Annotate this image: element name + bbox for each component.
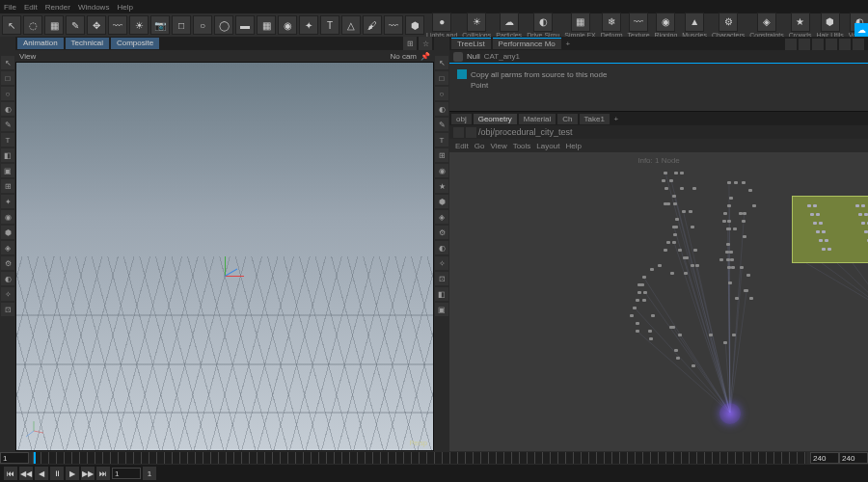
- sop-node[interactable]: [729, 197, 733, 200]
- sop-node[interactable]: [740, 266, 744, 269]
- selected-node[interactable]: [822, 230, 826, 233]
- sop-node[interactable]: [730, 258, 734, 261]
- sop-node[interactable]: [727, 181, 731, 184]
- right-strip-tool-9[interactable]: ⬢: [435, 195, 448, 208]
- sop-node[interactable]: [658, 264, 662, 267]
- shelf-group-simple-fx-icon[interactable]: ▦: [571, 13, 590, 32]
- selected-node[interactable]: [861, 204, 865, 207]
- play-forward-icon[interactable]: ▶: [66, 467, 79, 480]
- sop-node[interactable]: [680, 187, 684, 190]
- axis-orientation-widget[interactable]: [22, 419, 45, 444]
- shelf-tool-light[interactable]: ☀: [129, 15, 149, 35]
- gizmo-x-axis[interactable]: [225, 276, 244, 277]
- shelf-group-particles-icon[interactable]: ☁: [500, 13, 519, 32]
- sop-node[interactable]: [693, 249, 697, 252]
- sop-node[interactable]: [743, 212, 746, 215]
- shelf-tool-sphere[interactable]: ○: [193, 15, 212, 35]
- sop-node[interactable]: [664, 249, 667, 252]
- 3d-viewport[interactable]: Persp: [15, 62, 434, 451]
- sop-node[interactable]: [752, 204, 756, 207]
- right-strip-tool-13[interactable]: ✧: [435, 256, 448, 270]
- right-strip-tool-16[interactable]: ▣: [435, 303, 448, 316]
- sop-node[interactable]: [733, 228, 737, 230]
- time-ruler[interactable]: [33, 452, 806, 464]
- left-strip-tool-6[interactable]: ◧: [1, 148, 14, 162]
- right-strip-tool-3[interactable]: ◐: [435, 102, 448, 116]
- left-strip-tool-3[interactable]: ◐: [1, 102, 14, 116]
- step-forward-icon[interactable]: ▶▶: [81, 467, 95, 480]
- viewport-opt-icon[interactable]: ⊞: [403, 37, 417, 50]
- selected-node[interactable]: [813, 222, 817, 225]
- sop-node[interactable]: [742, 181, 746, 184]
- sop-node[interactable]: [674, 349, 678, 352]
- context-tab-mat[interactable]: Material: [519, 114, 556, 124]
- sop-node[interactable]: [745, 289, 748, 292]
- selected-node[interactable]: [864, 230, 868, 233]
- play-reverse-icon[interactable]: ◀: [35, 467, 48, 480]
- menu-windows[interactable]: Windows: [78, 3, 109, 12]
- right-strip-tool-10[interactable]: ◈: [435, 210, 448, 224]
- net-menu-help[interactable]: Help: [565, 142, 581, 150]
- shelf-group-drive-simu-icon[interactable]: ◐: [533, 13, 553, 32]
- sop-node[interactable]: [662, 179, 665, 182]
- sop-node[interactable]: [691, 264, 694, 267]
- sop-node[interactable]: [673, 202, 677, 205]
- sop-node[interactable]: [672, 241, 676, 244]
- sop-node[interactable]: [742, 220, 746, 223]
- menu-render[interactable]: Render: [45, 3, 70, 12]
- selected-node[interactable]: [822, 248, 826, 251]
- sop-node[interactable]: [630, 314, 634, 317]
- pane-tab-perfmon[interactable]: Performance Mo: [493, 38, 561, 49]
- camera-dropdown[interactable]: No cam: [390, 52, 417, 61]
- left-strip-tool-8[interactable]: ⊞: [1, 179, 14, 193]
- shelf-tool-box[interactable]: □: [172, 15, 191, 35]
- sop-node[interactable]: [640, 283, 644, 286]
- shelf-tool-paint[interactable]: 🖌: [363, 15, 382, 35]
- selection-box[interactable]: [792, 196, 868, 263]
- shelf-tool-font[interactable]: T: [320, 15, 339, 35]
- net-menu-layout[interactable]: Layout: [536, 142, 559, 150]
- sop-node[interactable]: [650, 268, 654, 271]
- sop-node[interactable]: [678, 249, 682, 252]
- network-gear-icon[interactable]: [853, 39, 864, 50]
- sop-node[interactable]: [748, 189, 752, 192]
- sop-node[interactable]: [732, 334, 736, 336]
- sop-node[interactable]: [642, 276, 646, 279]
- left-strip-tool-1[interactable]: □: [1, 71, 14, 85]
- sop-node[interactable]: [680, 172, 684, 174]
- sop-node[interactable]: [666, 202, 670, 205]
- shelf-tool-platonic[interactable]: △: [341, 15, 361, 35]
- shelf-tool-move[interactable]: ✥: [87, 15, 106, 35]
- right-strip-tool-4[interactable]: ✎: [435, 118, 448, 131]
- sop-node[interactable]: [636, 330, 639, 333]
- context-tab-take[interactable]: Take1: [580, 114, 610, 124]
- sop-node[interactable]: [746, 274, 750, 277]
- right-strip-tool-0[interactable]: ↖: [435, 56, 448, 69]
- shelf-tool-brush[interactable]: ✎: [66, 15, 85, 35]
- network-pin-icon[interactable]: [785, 39, 797, 50]
- step-back-icon[interactable]: ◀◀: [19, 467, 33, 480]
- sop-node[interactable]: [727, 228, 731, 230]
- shelf-tool-metaball[interactable]: ◉: [278, 15, 297, 35]
- shelf-tool-tube[interactable]: ▬: [235, 15, 255, 35]
- selected-node[interactable]: [816, 230, 820, 233]
- right-strip-tool-15[interactable]: ◧: [435, 287, 448, 301]
- sop-node[interactable]: [727, 220, 731, 223]
- sop-node[interactable]: [670, 272, 674, 275]
- shelf-tool-cloth[interactable]: 〰: [384, 15, 403, 35]
- layout-tab-technical[interactable]: Technical: [66, 38, 109, 49]
- shelf-tool-camera[interactable]: 📷: [150, 15, 170, 35]
- context-tab-obj[interactable]: obj: [451, 114, 472, 124]
- shelf-group-deform-icon[interactable]: ❄: [602, 13, 621, 32]
- sop-node[interactable]: [672, 226, 676, 228]
- sop-node[interactable]: [673, 233, 677, 236]
- left-strip-tool-4[interactable]: ✎: [1, 118, 14, 131]
- goto-first-icon[interactable]: ⏮: [4, 467, 17, 480]
- shelf-group-collisions-icon[interactable]: ☀: [467, 13, 486, 32]
- sop-node[interactable]: [723, 212, 727, 215]
- sop-node[interactable]: [665, 187, 668, 190]
- selected-node[interactable]: [858, 213, 862, 216]
- sop-node[interactable]: [671, 326, 675, 329]
- shelf-tool-torus[interactable]: ◯: [214, 15, 233, 35]
- left-strip-tool-9[interactable]: ✦: [1, 195, 14, 208]
